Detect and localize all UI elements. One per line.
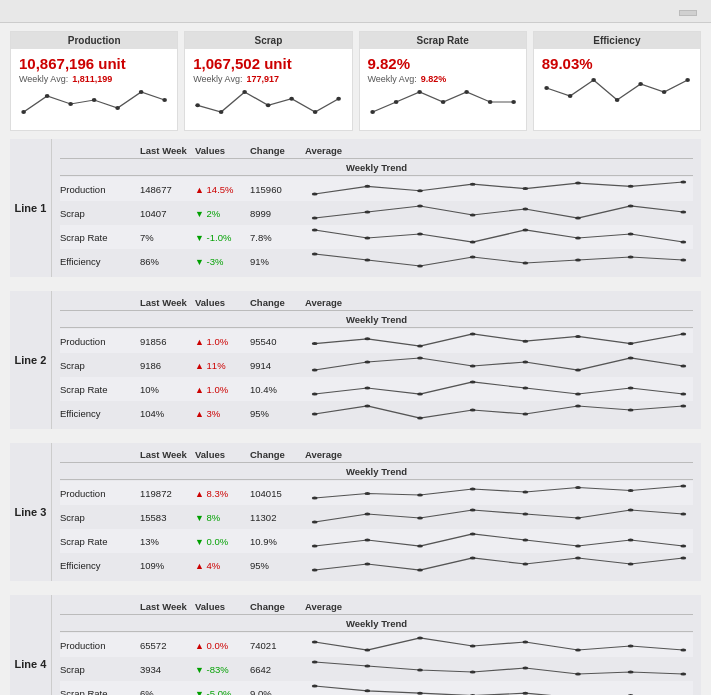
line-data-col-3: Last WeekValuesChangeAverageWeekly Trend… [52, 443, 701, 581]
svg-point-36 [312, 217, 318, 220]
svg-point-50 [628, 233, 634, 236]
up-arrow-icon [195, 384, 204, 395]
svg-point-120 [522, 563, 528, 566]
svg-point-71 [470, 365, 476, 368]
svg-point-40 [522, 208, 528, 211]
table-row: Scrap Rate 6% -5.0% 9.0% [60, 681, 693, 695]
svg-point-136 [522, 667, 528, 670]
kpi-sparkline [542, 76, 692, 104]
line-section-1: Line 1Last WeekValuesChangeAverageWeekly… [0, 139, 711, 285]
down-arrow-icon [195, 688, 204, 696]
svg-point-87 [470, 409, 476, 412]
svg-point-73 [575, 369, 581, 372]
trend-chart [305, 635, 693, 655]
svg-point-75 [680, 365, 686, 368]
change-val: 3% [195, 408, 250, 419]
average-val: 6642 [250, 664, 305, 675]
svg-point-67 [680, 333, 686, 336]
metric-name: Scrap Rate [60, 232, 140, 243]
last-week-val: 6% [140, 688, 195, 696]
average-val: 91% [250, 256, 305, 267]
kpi-sparkline [19, 88, 169, 116]
svg-point-89 [575, 405, 581, 408]
average-val: 95540 [250, 336, 305, 347]
trend-chart [305, 403, 693, 423]
week-selector [679, 10, 697, 16]
change-val: -5.0% [195, 688, 250, 696]
average-val: 115960 [250, 184, 305, 195]
metric-name: Efficiency [60, 408, 140, 419]
line-section-2: Line 2Last WeekValuesChangeAverageWeekly… [0, 291, 711, 437]
svg-point-74 [628, 357, 634, 360]
change-val: 14.5% [195, 184, 250, 195]
change-val: -3% [195, 256, 250, 267]
change-val: 1.0% [195, 384, 250, 395]
svg-point-18 [464, 90, 469, 94]
svg-point-112 [522, 539, 528, 542]
svg-point-14 [370, 110, 375, 114]
svg-point-93 [364, 492, 370, 495]
svg-point-140 [312, 685, 318, 688]
svg-point-92 [312, 497, 318, 500]
line-header-row: Last WeekValuesChangeAverage [60, 599, 693, 615]
svg-point-96 [522, 491, 528, 494]
svg-point-113 [575, 545, 581, 548]
svg-point-64 [522, 340, 528, 343]
last-week-val: 9186 [140, 360, 195, 371]
svg-point-39 [470, 214, 476, 217]
svg-point-95 [470, 488, 476, 491]
svg-point-4 [115, 106, 120, 110]
svg-point-23 [591, 78, 596, 82]
svg-point-30 [417, 189, 423, 192]
svg-point-46 [417, 233, 423, 236]
svg-point-63 [470, 333, 476, 336]
change-val: 2% [195, 208, 250, 219]
average-val: 9.0% [250, 688, 305, 696]
average-val: 9914 [250, 360, 305, 371]
svg-point-97 [575, 486, 581, 489]
svg-point-82 [628, 387, 634, 390]
average-val: 95% [250, 560, 305, 571]
svg-point-60 [312, 342, 318, 345]
last-week-val: 86% [140, 256, 195, 267]
svg-point-0 [21, 110, 26, 114]
table-row: Efficiency 109% 4% 95% [60, 553, 693, 577]
svg-point-35 [680, 181, 686, 184]
svg-point-80 [522, 387, 528, 390]
week-value[interactable] [679, 10, 697, 16]
average-val: 7.8% [250, 232, 305, 243]
svg-point-139 [680, 673, 686, 676]
svg-point-137 [575, 673, 581, 676]
trend-chart [305, 683, 693, 695]
svg-point-105 [575, 517, 581, 520]
last-week-val: 104% [140, 408, 195, 419]
trend-chart [305, 331, 693, 351]
svg-point-66 [628, 342, 634, 345]
lines-container: Line 1Last WeekValuesChangeAverageWeekly… [0, 139, 711, 695]
trend-chart [305, 227, 693, 247]
kpi-sparkline [368, 88, 518, 116]
last-week-val: 91856 [140, 336, 195, 347]
change-val: 0.0% [195, 536, 250, 547]
svg-point-142 [417, 692, 423, 695]
last-week-val: 7% [140, 232, 195, 243]
kpi-sparkline [193, 88, 343, 116]
average-val: 104015 [250, 488, 305, 499]
svg-point-56 [522, 262, 528, 265]
svg-point-43 [680, 211, 686, 214]
table-row: Production 91856 1.0% 95540 [60, 329, 693, 353]
svg-point-79 [470, 381, 476, 384]
up-arrow-icon [195, 360, 204, 371]
trend-chart [305, 355, 693, 375]
kpi-main-value: 89.03% [542, 55, 692, 72]
svg-point-33 [575, 182, 581, 185]
svg-point-20 [511, 100, 516, 104]
last-week-val: 10% [140, 384, 195, 395]
last-week-val: 13% [140, 536, 195, 547]
svg-point-53 [364, 259, 370, 262]
average-val: 10.4% [250, 384, 305, 395]
down-arrow-icon [195, 208, 204, 219]
svg-point-17 [440, 100, 445, 104]
metric-name: Scrap [60, 512, 140, 523]
svg-point-104 [522, 513, 528, 516]
